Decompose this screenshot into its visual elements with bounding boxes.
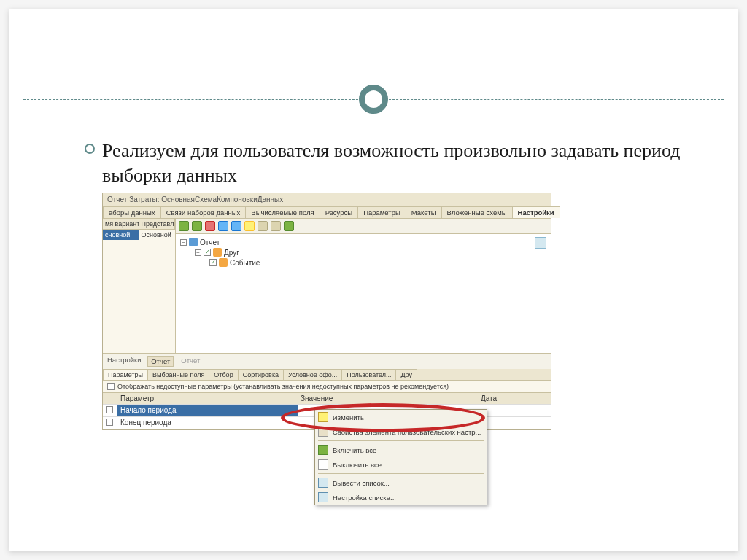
variant-repr-cell: Основной: [139, 230, 176, 240]
ctx-divider: [318, 473, 484, 474]
expand-minus-icon[interactable]: −: [195, 249, 201, 256]
settings-active-link[interactable]: Отчет: [147, 356, 174, 367]
tree-root-label: Отчет: [200, 238, 220, 246]
tab-resources[interactable]: Ресурсы: [320, 206, 358, 218]
param-header-param: Параметр: [117, 393, 298, 404]
variant-row[interactable]: сновной Основной: [103, 230, 175, 240]
param-checkbox[interactable]: [106, 419, 113, 426]
decorative-circle: [359, 85, 388, 114]
ctx-uncheck-all-label: Выключить все: [333, 461, 382, 469]
structure-icon[interactable]: [284, 221, 294, 231]
param-name-cell[interactable]: Конец периода: [117, 417, 298, 429]
group-icon: [219, 258, 228, 267]
uncheck-all-icon: [318, 459, 328, 470]
expand-icon[interactable]: [244, 221, 255, 231]
tree-checkbox-icon[interactable]: ✓: [209, 259, 217, 266]
tab-dataset-links[interactable]: Связи наборов данных: [160, 206, 247, 218]
check-all-icon: [318, 445, 328, 455]
slide-frame: Реализуем для пользователя возможность п…: [9, 9, 738, 551]
tree-root-node[interactable]: − Отчет: [180, 237, 546, 247]
report-tree[interactable]: − Отчет − ✓ Друг ✓ Событие: [176, 234, 551, 353]
delete-icon[interactable]: [205, 221, 215, 231]
report-toolbar: [176, 219, 551, 234]
output-list-icon: [318, 478, 328, 488]
edit-icon: [318, 412, 328, 422]
report-pane: − Отчет − ✓ Друг ✓ Событие: [176, 219, 551, 353]
ctx-check-all[interactable]: Включить все: [315, 443, 487, 457]
subtab-other[interactable]: Дру: [395, 369, 417, 380]
add-icon[interactable]: [179, 221, 189, 231]
tab-nested-schemas[interactable]: Вложенные схемы: [441, 206, 513, 218]
ctx-output-list[interactable]: Вывести список...: [315, 475, 487, 490]
ctx-list-settings-label: Настройка списка...: [333, 494, 396, 502]
subtab-user[interactable]: Пользовател...: [341, 369, 396, 380]
tree-child-label: Друг: [224, 249, 239, 257]
properties-icon: [318, 427, 328, 437]
copy-icon[interactable]: [258, 221, 268, 231]
param-table: Параметр Значение Дата Начало периода Ко…: [103, 393, 551, 429]
settings-inactive-link: Отчет: [178, 356, 203, 367]
show-unavailable-label: Отображать недоступные параметры (устана…: [117, 383, 449, 390]
settings-sub-tabs: Параметры Выбранные поля Отбор Сортировк…: [103, 369, 551, 380]
ctx-edit-label: Изменить: [333, 413, 364, 421]
variants-col-name: мя варианта: [103, 219, 139, 229]
ctx-output-list-label: Вывести список...: [333, 479, 390, 487]
param-checkbox[interactable]: [106, 406, 113, 413]
ctx-check-all-label: Включить все: [333, 446, 376, 454]
ctx-list-settings[interactable]: Настройка списка...: [315, 490, 487, 505]
ctx-divider: [318, 440, 484, 441]
settings-breadcrumb: Настройки: Отчет Отчет: [103, 354, 551, 369]
bottom-settings-block: Настройки: Отчет Отчет Параметры Выбранн…: [103, 353, 551, 429]
tab-parameters[interactable]: Параметры: [357, 206, 406, 218]
subtab-filter[interactable]: Отбор: [209, 369, 238, 380]
ctx-properties[interactable]: Свойства элемента пользовательских настр…: [315, 424, 487, 439]
list-settings-icon: [318, 492, 328, 502]
subtab-params[interactable]: Параметры: [103, 369, 148, 380]
bullet-icon: [85, 144, 95, 154]
tree-grandchild-node[interactable]: ✓ Событие: [209, 257, 546, 268]
tree-settings-icon[interactable]: [535, 237, 546, 249]
context-menu[interactable]: Изменить Свойства элемента пользовательс…: [314, 409, 487, 505]
subtab-conditional[interactable]: Условное офо...: [283, 369, 342, 380]
show-unavailable-checkbox[interactable]: [107, 383, 115, 390]
param-date-cell[interactable]: [478, 417, 551, 429]
main-tab-bar: аборы данных Связи наборов данных Вычисл…: [103, 206, 551, 219]
move-down-icon[interactable]: [231, 221, 241, 231]
tree-checkbox-icon[interactable]: ✓: [204, 249, 211, 256]
subtab-selected-fields[interactable]: Выбранные поля: [147, 369, 209, 380]
group-icon: [213, 248, 222, 257]
add-group-icon[interactable]: [192, 221, 202, 231]
tree-child-node[interactable]: − ✓ Друг: [195, 247, 546, 257]
app-window: Отчет Затраты: ОсновнаяСхемаКомпоновкиДа…: [102, 192, 551, 430]
show-unavailable-row[interactable]: Отображать недоступные параметры (устана…: [103, 380, 551, 393]
tree-grandchild-label: Событие: [230, 259, 260, 267]
variants-header-row: мя варианта Представление: [103, 219, 175, 230]
subtab-sort[interactable]: Сортировка: [238, 369, 284, 380]
param-header-row: Параметр Значение Дата: [103, 393, 551, 405]
tab-settings[interactable]: Настройки: [512, 206, 560, 218]
param-header-value: Значение: [298, 393, 478, 404]
param-date-cell[interactable]: [478, 405, 551, 416]
param-header-date: Дата: [478, 393, 551, 404]
tab-datasets[interactable]: аборы данных: [103, 206, 161, 218]
window-title: Отчет Затраты: ОсновнаяСхемаКомпоновкиДа…: [103, 193, 551, 206]
ctx-uncheck-all[interactable]: Выключить все: [315, 457, 487, 472]
report-root-icon: [189, 238, 198, 246]
paste-icon[interactable]: [271, 221, 281, 231]
ctx-edit[interactable]: Изменить: [315, 410, 487, 424]
tab-calc-fields[interactable]: Вычисляемые поля: [245, 206, 320, 218]
settings-label: Настройки:: [107, 356, 143, 367]
variant-name-cell: сновной: [103, 230, 139, 240]
slide-headline: Реализуем для пользователя возможность п…: [102, 139, 694, 188]
param-name-cell[interactable]: Начало периода: [117, 405, 298, 416]
variants-pane: мя варианта Представление сновной Основн…: [103, 219, 176, 353]
move-up-icon[interactable]: [218, 221, 228, 231]
tab-templates[interactable]: Макеты: [406, 206, 442, 218]
ctx-properties-label: Свойства элемента пользовательских настр…: [333, 428, 481, 436]
main-split: мя варианта Представление сновной Основн…: [103, 219, 551, 353]
expand-minus-icon[interactable]: −: [180, 239, 187, 246]
variants-col-repr: Представление: [139, 219, 176, 229]
